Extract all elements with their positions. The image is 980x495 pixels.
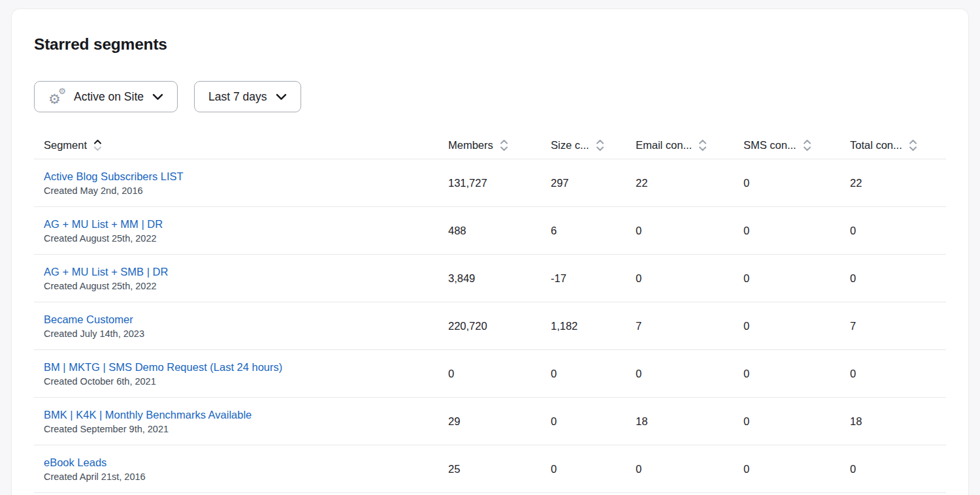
column-header-segment[interactable]: Segment — [34, 138, 448, 153]
members-value: 3,849 — [448, 255, 551, 302]
total-conversions-value: 0 — [850, 207, 946, 254]
column-header-label: Total con... — [850, 139, 902, 152]
segment-cell: Became Customer Created July 14th, 2023 — [34, 302, 448, 349]
total-conversions-value: 0 — [850, 255, 946, 302]
segments-table: Segment Members Size c... Email con... S… — [34, 131, 946, 493]
segment-created-date: Created May 2nd, 2016 — [44, 185, 448, 196]
size-change-value: 6 — [551, 207, 636, 254]
gears-icon: ⚙⚙ — [48, 88, 65, 105]
segment-cell: AG + MU List + MM | DR Created August 25… — [34, 207, 448, 254]
column-header-total-conversions[interactable]: Total con... — [850, 138, 946, 153]
members-value: 0 — [448, 350, 551, 397]
table-header-row: Segment Members Size c... Email con... S… — [34, 131, 946, 159]
members-value: 29 — [448, 398, 551, 445]
segment-cell: BM | MKTG | SMS Demo Request (Last 24 ho… — [34, 350, 448, 397]
size-change-value: 0 — [551, 398, 636, 445]
segment-created-date: Created August 25th, 2022 — [44, 281, 448, 291]
segment-link[interactable]: AG + MU List + MM | DR — [44, 218, 163, 231]
segment-created-date: Created April 21st, 2016 — [44, 471, 448, 482]
email-conversions-value: 0 — [636, 350, 743, 397]
column-header-email-conversions[interactable]: Email con... — [636, 138, 743, 153]
sort-icon — [908, 138, 918, 153]
column-header-size-change[interactable]: Size c... — [551, 138, 636, 153]
size-change-value: 1,182 — [551, 302, 636, 349]
size-change-value: -17 — [551, 255, 636, 302]
sort-icon — [698, 138, 708, 153]
column-header-label: Email con... — [636, 139, 692, 152]
table-row: eBook Leads Created April 21st, 2016 25 … — [34, 445, 946, 493]
starred-segments-card: Starred segments ⚙⚙ Active on Site Last … — [12, 9, 968, 495]
column-header-label: Segment — [44, 139, 87, 152]
table-row: BM | MKTG | SMS Demo Request (Last 24 ho… — [34, 350, 946, 398]
segment-created-date: Created September 9th, 2021 — [44, 424, 448, 434]
sms-conversions-value: 0 — [743, 445, 850, 492]
date-range-label: Last 7 days — [208, 90, 267, 104]
table-row: BMK | K4K | Monthly Benchmarks Available… — [34, 398, 946, 445]
size-change-value: 0 — [551, 445, 636, 492]
segment-link[interactable]: Active Blog Subscribers LIST — [44, 170, 184, 183]
email-conversions-value: 7 — [636, 302, 743, 349]
members-value: 25 — [448, 445, 551, 492]
sort-icon — [595, 138, 605, 153]
chevron-down-icon — [152, 93, 163, 101]
filter-bar: ⚙⚙ Active on Site Last 7 days — [34, 81, 968, 112]
sort-icon — [802, 138, 812, 153]
column-header-label: Size c... — [551, 139, 589, 152]
page-title: Starred segments — [34, 35, 968, 54]
column-header-members[interactable]: Members — [448, 138, 551, 153]
segment-cell: BMK | K4K | Monthly Benchmarks Available… — [34, 398, 448, 445]
table-row: Active Blog Subscribers LIST Created May… — [34, 159, 946, 207]
table-row: AG + MU List + SMB | DR Created August 2… — [34, 255, 946, 302]
segment-filter-dropdown[interactable]: ⚙⚙ Active on Site — [34, 81, 178, 112]
sms-conversions-value: 0 — [743, 207, 850, 254]
date-range-dropdown[interactable]: Last 7 days — [194, 81, 301, 112]
segment-link[interactable]: Became Customer — [44, 313, 133, 326]
table-row: AG + MU List + MM | DR Created August 25… — [34, 207, 946, 255]
size-change-value: 0 — [551, 350, 636, 397]
column-header-label: Members — [448, 139, 493, 152]
sms-conversions-value: 0 — [743, 159, 850, 206]
size-change-value: 297 — [551, 159, 636, 206]
segment-cell: AG + MU List + SMB | DR Created August 2… — [34, 255, 448, 302]
segment-created-date: Created October 6th, 2021 — [44, 376, 448, 387]
members-value: 131,727 — [448, 159, 551, 206]
segment-filter-label: Active on Site — [74, 90, 144, 104]
total-conversions-value: 22 — [850, 159, 946, 206]
segment-cell: Active Blog Subscribers LIST Created May… — [34, 159, 448, 206]
segment-link[interactable]: eBook Leads — [44, 456, 106, 469]
sms-conversions-value: 0 — [743, 398, 850, 445]
sms-conversions-value: 0 — [743, 350, 850, 397]
email-conversions-value: 0 — [636, 255, 743, 302]
sms-conversions-value: 0 — [743, 302, 850, 349]
email-conversions-value: 22 — [636, 159, 743, 206]
total-conversions-value: 0 — [850, 350, 946, 397]
sort-icon — [93, 138, 103, 153]
sort-icon — [499, 138, 509, 153]
total-conversions-value: 7 — [850, 302, 946, 349]
segment-link[interactable]: BMK | K4K | Monthly Benchmarks Available — [44, 409, 252, 421]
chevron-down-icon — [276, 93, 287, 101]
total-conversions-value: 18 — [850, 398, 946, 445]
column-header-label: SMS con... — [743, 139, 796, 152]
email-conversions-value: 0 — [636, 445, 743, 492]
table-row: Became Customer Created July 14th, 2023 … — [34, 302, 946, 350]
segment-cell: eBook Leads Created April 21st, 2016 — [34, 445, 448, 492]
segment-created-date: Created July 14th, 2023 — [44, 328, 448, 339]
email-conversions-value: 18 — [636, 398, 743, 445]
members-value: 488 — [448, 207, 551, 254]
segment-link[interactable]: BM | MKTG | SMS Demo Request (Last 24 ho… — [44, 361, 282, 374]
sms-conversions-value: 0 — [743, 255, 850, 302]
members-value: 220,720 — [448, 302, 551, 349]
email-conversions-value: 0 — [636, 207, 743, 254]
total-conversions-value: 0 — [850, 445, 946, 492]
column-header-sms-conversions[interactable]: SMS con... — [743, 138, 850, 153]
segment-link[interactable]: AG + MU List + SMB | DR — [44, 266, 168, 278]
segment-created-date: Created August 25th, 2022 — [44, 233, 448, 244]
